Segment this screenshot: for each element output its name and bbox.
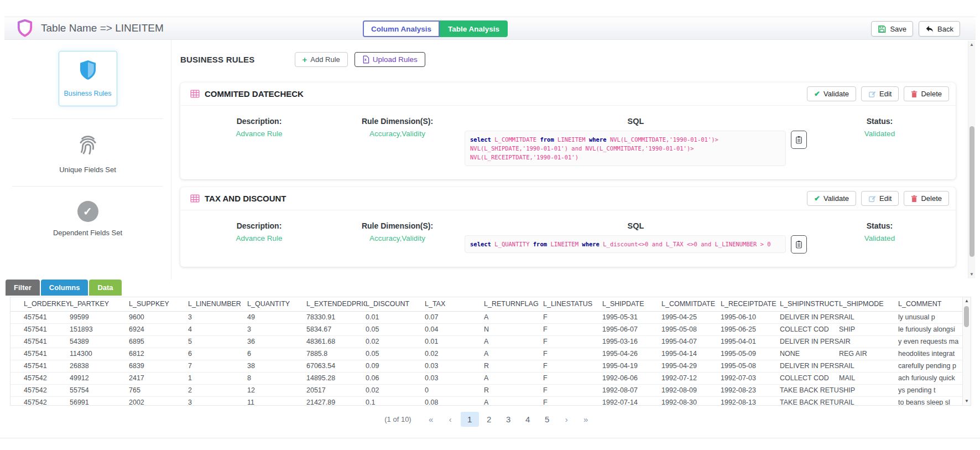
table-cell: 6924 bbox=[129, 323, 188, 335]
last-page-button[interactable]: » bbox=[577, 412, 595, 427]
edit-button[interactable]: Edit bbox=[861, 86, 899, 101]
rule-card-buttons: ✔ Validate Edit bbox=[807, 191, 949, 206]
table-cell: 49912 bbox=[70, 372, 129, 384]
table-row: 45754154389689553648361.680.020.01AF1995… bbox=[11, 335, 962, 348]
scroll-up-icon[interactable]: ▲ bbox=[968, 41, 975, 49]
rules-header-buttons: + Add Rule x Upload Rules bbox=[295, 52, 425, 67]
table-cell: SHIP bbox=[839, 384, 898, 396]
tab-filter[interactable]: Filter bbox=[6, 280, 40, 296]
table-grid-icon bbox=[190, 194, 200, 203]
delete-button[interactable]: Delete bbox=[904, 86, 949, 101]
table-cell: 1 bbox=[188, 372, 247, 384]
sidebar-item-dependent-fields-set[interactable]: ✓ Dependent Fields Set bbox=[4, 201, 171, 237]
upload-rules-button[interactable]: x Upload Rules bbox=[355, 52, 425, 67]
validate-label: Validate bbox=[823, 90, 849, 98]
sidebar-item-business-rules[interactable]: Business Rules bbox=[59, 51, 117, 106]
scroll-down-icon[interactable]: ▼ bbox=[963, 397, 971, 405]
rule-description: Description: Advance Rule bbox=[186, 221, 332, 254]
column-header: L_COMMENT bbox=[898, 297, 962, 311]
table-cell: 0.04 bbox=[425, 323, 484, 335]
validate-button[interactable]: ✔ Validate bbox=[807, 86, 856, 101]
table-row: 45754126838683973867063.540.090.03RF1995… bbox=[11, 360, 962, 372]
pagination-info: (1 of 10) bbox=[384, 415, 411, 423]
column-header: L_PARTKEY bbox=[70, 297, 129, 311]
table-cell: 1995-06-10 bbox=[721, 311, 780, 323]
scrollbar-thumb[interactable] bbox=[969, 126, 974, 257]
rule-card-commited-datecheck: COMMITED DATECHECK ✔ Validate Edit bbox=[180, 82, 956, 179]
scroll-down-icon[interactable]: ▼ bbox=[968, 271, 975, 278]
clipboard-icon bbox=[795, 240, 802, 249]
first-page-button[interactable]: « bbox=[422, 412, 440, 427]
column-header: L_LINESTATUS bbox=[543, 297, 602, 311]
table-cell: 1995-05-09 bbox=[721, 348, 780, 360]
table-cell: 2417 bbox=[129, 372, 188, 384]
table-cell: 1995-05-31 bbox=[602, 311, 661, 323]
add-rule-label: Add Rule bbox=[310, 55, 340, 64]
column-header: L_RETURNFLAG bbox=[484, 297, 543, 311]
copy-sql-button[interactable] bbox=[791, 131, 807, 149]
table-cell: y even requests ma bbox=[898, 335, 962, 348]
save-button[interactable]: Save bbox=[871, 21, 913, 37]
table-cell: N bbox=[484, 323, 543, 335]
save-label: Save bbox=[890, 25, 906, 33]
table-row: 45754199599960034978330.910.010.07AF1995… bbox=[11, 311, 962, 323]
rules-area: BUSINESS RULES + Add Rule x Upload Rules bbox=[171, 40, 976, 280]
table-cell: NONE bbox=[780, 348, 839, 360]
page-button-3[interactable]: 3 bbox=[499, 412, 518, 427]
page-button-5[interactable]: 5 bbox=[538, 412, 556, 427]
table-cell: 1992-06-06 bbox=[602, 372, 661, 384]
sql-label: SQL bbox=[462, 117, 809, 126]
sidebar-item-unique-fields-set[interactable]: Unique Fields Set bbox=[4, 133, 171, 174]
validate-button[interactable]: ✔ Validate bbox=[807, 191, 856, 206]
table-cell: SHIP bbox=[839, 323, 898, 335]
tab-columns[interactable]: Columns bbox=[41, 280, 88, 296]
table-cell: F bbox=[543, 396, 602, 406]
analysis-tabs: Column Analysis Table Analysis bbox=[363, 20, 508, 37]
page-button-4[interactable]: 4 bbox=[519, 412, 537, 427]
scroll-up-icon[interactable]: ▲ bbox=[963, 297, 971, 305]
table-cell: 0.07 bbox=[425, 311, 484, 323]
table-cell: 1995-05-08 bbox=[721, 360, 780, 372]
edit-button[interactable]: Edit bbox=[861, 191, 899, 206]
table-cell: to beans sleep sl bbox=[898, 396, 962, 406]
trash-icon bbox=[911, 90, 918, 98]
plus-icon: + bbox=[303, 55, 307, 64]
rule-name: COMMITED DATECHECK bbox=[205, 89, 304, 99]
table-cell: 67063.54 bbox=[306, 360, 366, 372]
table-cell: 6 bbox=[188, 348, 247, 360]
tab-data[interactable]: Data bbox=[89, 280, 121, 296]
tab-table-analysis[interactable]: Table Analysis bbox=[440, 20, 508, 37]
scrollbar-thumb[interactable] bbox=[964, 306, 969, 327]
delete-button[interactable]: Delete bbox=[904, 191, 949, 206]
column-header: L_SHIPDATE bbox=[602, 297, 661, 311]
pencil-icon bbox=[868, 90, 876, 98]
table-cell: 56991 bbox=[70, 396, 129, 406]
rule-description: Description: Advance Rule bbox=[186, 117, 332, 166]
table-cell: 3 bbox=[247, 323, 306, 335]
table-cell: 12 bbox=[247, 384, 306, 396]
delete-label: Delete bbox=[921, 194, 942, 203]
table-cell: 1992-08-23 bbox=[721, 384, 780, 396]
page-button-2[interactable]: 2 bbox=[480, 412, 498, 427]
page-button-1[interactable]: 1 bbox=[461, 412, 479, 427]
add-rule-button[interactable]: + Add Rule bbox=[295, 52, 348, 67]
table-cell: A bbox=[484, 311, 543, 323]
prev-page-button[interactable]: ‹ bbox=[441, 412, 460, 427]
data-table-container: L_ORDERKEYL_PARTKEYL_SUPPKEYL_LINENUMBER… bbox=[10, 297, 971, 406]
column-header: L_LINENUMBER bbox=[188, 297, 247, 311]
copy-sql-button[interactable] bbox=[791, 235, 807, 254]
rules-panel-title: BUSINESS RULES bbox=[180, 55, 255, 64]
validate-label: Validate bbox=[823, 194, 849, 203]
tab-column-analysis[interactable]: Column Analysis bbox=[363, 20, 440, 37]
table-cell: 457541 bbox=[11, 335, 70, 348]
column-header: L_RECEIPTDATE bbox=[721, 297, 780, 311]
sql-label: SQL bbox=[462, 221, 809, 230]
page: Table Name => LINEITEM Column Analysis T… bbox=[0, 0, 980, 450]
table-cell: 457541 bbox=[11, 311, 70, 323]
back-button[interactable]: Back bbox=[919, 21, 960, 37]
next-page-button[interactable]: › bbox=[557, 412, 576, 427]
column-header: L_COMMITDATE bbox=[661, 297, 721, 311]
table-row: 45754256991200231121427.890.10.08AF1992-… bbox=[11, 396, 962, 406]
page-title: Table Name => LINEITEM bbox=[41, 22, 164, 34]
table-cell: 151893 bbox=[70, 323, 129, 335]
